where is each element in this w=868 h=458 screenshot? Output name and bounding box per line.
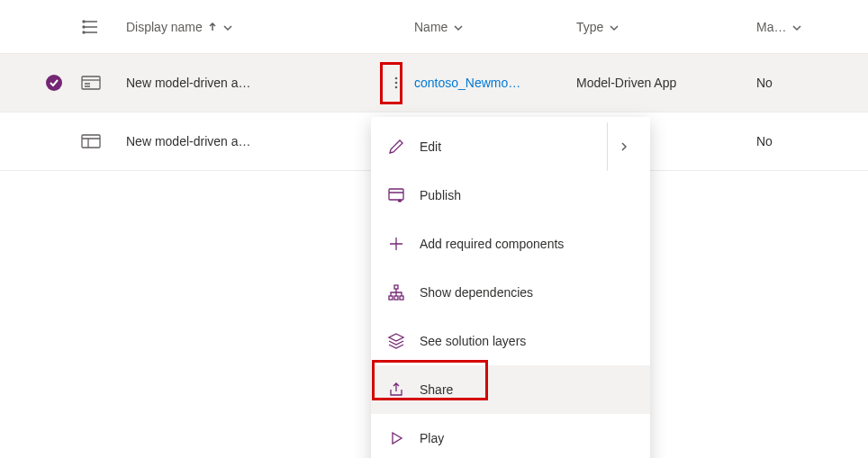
chevron-down-icon [791,22,802,32]
svg-rect-11 [394,296,398,300]
cell-actions [378,67,414,99]
column-header-label: Type [576,20,603,34]
hierarchy-icon [387,283,405,301]
table-row[interactable]: New model-driven a… contoso_Newmo… Model… [0,54,868,112]
layers-icon [387,332,405,350]
column-header-type[interactable]: Type [576,20,756,34]
cell-text: No [756,134,773,148]
plus-icon [387,235,405,253]
play-icon [387,429,405,447]
menu-item-label: Edit [420,139,634,154]
menu-item-label: Share [420,382,634,397]
app-icon [81,76,126,90]
cell-text: New model-driven a… [126,134,251,148]
checkmark-icon [46,75,62,91]
row-select[interactable] [27,75,81,91]
cell-name: contoso_Newmo… [414,76,576,90]
svg-rect-8 [389,189,403,200]
context-menu: Edit Publish Add required components Sho… [371,117,650,458]
edit-icon [387,138,405,156]
cell-managed: No [756,76,846,90]
menu-item-dependencies[interactable]: Show dependencies [371,268,650,317]
cell-managed: No [756,134,846,148]
sort-asc-icon [208,20,217,34]
menu-item-edit[interactable]: Edit [371,122,650,171]
menu-item-share[interactable]: Share [371,365,650,414]
column-header-label: Display name [126,20,203,34]
svg-rect-12 [400,296,403,300]
column-header-display-name[interactable]: Display name [126,20,378,34]
cell-text: Model-Driven App [576,76,676,90]
chevron-down-icon [453,22,464,32]
cell-type: Model-Driven App [576,76,756,90]
cell-text[interactable]: contoso_Newmo… [414,76,520,90]
menu-item-publish[interactable]: Publish [371,171,650,220]
column-header-label: Ma… [756,20,786,34]
svg-rect-10 [389,296,393,300]
menu-item-label: Add required components [420,237,634,251]
svg-rect-3 [82,76,100,89]
menu-item-label: Play [420,431,634,445]
menu-item-add-required[interactable]: Add required components [371,220,650,268]
menu-item-label: Publish [420,188,634,202]
table-header: Display name Name Type Ma… [0,0,868,54]
cell-text: New model-driven a… [126,76,251,90]
publish-icon [387,186,405,204]
submenu-indicator[interactable] [607,122,639,171]
share-icon [387,381,405,399]
cell-display-name[interactable]: New model-driven a… [126,76,378,90]
menu-item-label: Show dependencies [420,285,634,300]
menu-item-label: See solution layers [420,334,634,348]
column-header-managed[interactable]: Ma… [756,20,846,34]
more-actions-button[interactable] [384,67,409,99]
app-icon [81,134,126,148]
chevron-down-icon [222,22,233,32]
svg-point-6 [395,86,398,89]
column-header-label: Name [414,20,448,34]
menu-item-solution-layers[interactable]: See solution layers [371,317,650,365]
svg-point-5 [395,82,398,85]
column-header-name[interactable]: Name [414,20,576,34]
svg-rect-7 [82,135,100,148]
svg-rect-9 [394,285,398,289]
cell-text: No [756,76,773,90]
cell-display-name[interactable]: New model-driven a… [126,134,378,148]
svg-point-4 [395,77,398,80]
column-icon-header[interactable] [81,19,126,35]
menu-item-play[interactable]: Play [371,414,650,458]
chevron-down-icon [609,22,619,32]
